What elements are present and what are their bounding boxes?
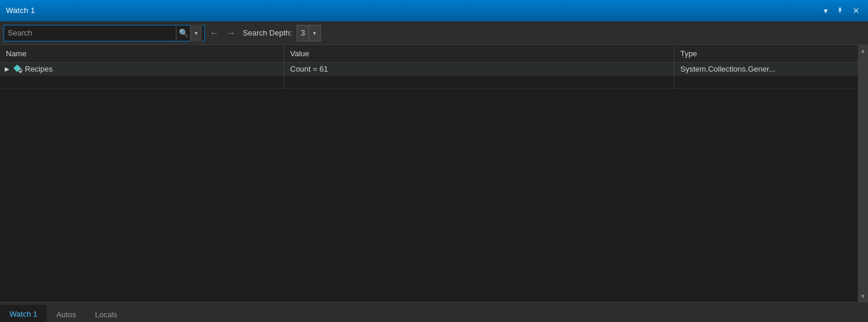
tab-autos[interactable]: Autos	[47, 305, 85, 322]
scroll-down-arrow[interactable]: ▼	[858, 292, 868, 301]
tab-locals-label: Locals	[95, 310, 117, 319]
search-box: 🔍 ▾	[4, 25, 205, 41]
column-type-header: Type	[674, 45, 858, 62]
cell-value: Count = 61	[284, 63, 674, 75]
empty-cell-value	[284, 76, 674, 88]
recipes-icon	[13, 65, 22, 74]
empty-cell-type	[674, 76, 858, 88]
depth-value: 3	[297, 25, 308, 41]
title-bar-title: Watch 1	[6, 6, 821, 15]
close-button[interactable]: ✕	[850, 5, 862, 16]
search-dropdown-button[interactable]: ▾	[190, 25, 202, 41]
expand-arrow[interactable]: ▶	[4, 66, 11, 72]
tab-autos-label: Autos	[56, 310, 76, 319]
forward-button[interactable]: →	[224, 25, 238, 41]
dropdown-button[interactable]: ▾	[821, 5, 830, 16]
svg-rect-3	[20, 71, 21, 73]
scroll-up-arrow[interactable]: ▲	[858, 46, 868, 55]
chevron-down-icon: ▾	[195, 30, 198, 36]
title-bar-actions: ▾ 🖈 ✕	[821, 5, 862, 16]
pin-button[interactable]: 🖈	[834, 5, 847, 16]
cell-type: System.Collections.Gener...	[674, 63, 858, 75]
column-name-header: Name	[0, 45, 284, 62]
table-row[interactable]: ▶ Recipes Count = 61 System.Collections.…	[0, 63, 858, 76]
table-header: Name Value Type	[0, 45, 858, 63]
depth-dropdown-button[interactable]: ▾	[308, 25, 320, 41]
search-input[interactable]	[4, 25, 176, 41]
back-button[interactable]: ←	[207, 25, 221, 41]
tab-watch1[interactable]: Watch 1	[0, 305, 47, 322]
row-name-text: Recipes	[25, 65, 53, 73]
tab-watch1-label: Watch 1	[9, 310, 37, 318]
table-container: Name Value Type ▶	[0, 45, 858, 302]
tab-locals[interactable]: Locals	[85, 305, 127, 322]
scrollbar-track: ▲ ▼	[858, 45, 868, 302]
toolbar: 🔍 ▾ ← → Search Depth: 3 ▾	[0, 21, 868, 45]
search-icon-button[interactable]: 🔍	[176, 25, 190, 41]
search-depth-label: Search Depth:	[243, 28, 292, 37]
search-icon: 🔍	[179, 28, 188, 37]
table-body: ▶ Recipes Count = 61 System.Collections.…	[0, 63, 858, 302]
cell-name: ▶ Recipes	[0, 63, 284, 75]
bottom-tabs: Watch 1 Autos Locals	[0, 302, 868, 322]
empty-cell-name	[0, 76, 284, 88]
title-bar: Watch 1 ▾ 🖈 ✕	[0, 0, 868, 21]
column-value-header: Value	[284, 45, 674, 62]
depth-select: 3 ▾	[297, 25, 321, 41]
empty-row[interactable]	[0, 76, 858, 89]
content-area: Name Value Type ▶	[0, 45, 868, 302]
